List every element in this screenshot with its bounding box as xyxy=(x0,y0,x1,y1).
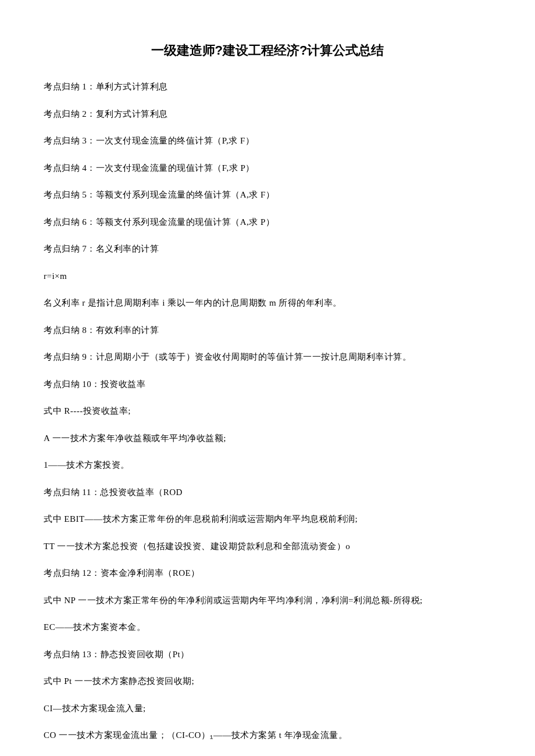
content-line: 考点归纳 7：名义利率的计算 xyxy=(44,242,491,256)
content-line: A 一一技术方案年净收益额或年平均净收益额; xyxy=(44,432,491,445)
content-line: 考点归纳 6：等额支付系列现金流量的现值计算（A,求 P） xyxy=(44,216,491,229)
content-line: 名义利率 r 是指计息周期利率 i 乘以一年内的计息周期数 m 所得的年利率。 xyxy=(44,296,491,310)
content-line: 考点归纳 13：静态投资回收期（Pt） xyxy=(44,648,491,661)
content-line: 考点归纳 11：总投资收益率（ROD xyxy=(44,486,491,499)
content-line: 考点归纳 5：等额支付系列现金流量的终值计算（A,求 F） xyxy=(44,188,491,202)
content-line: r=i×m xyxy=(44,270,491,283)
content-line: 1——技术方案投资。 xyxy=(44,458,491,472)
content-line: 式中 R----投资收益率; xyxy=(44,404,491,418)
content-line: EC——技术方案资本金。 xyxy=(44,621,491,634)
content-line: 考点归纳 9：计息周期小于（或等于）资金收付周期时的等值计算一一按计息周期利率计… xyxy=(44,350,491,364)
content-line: 考点归纳 2：复利方式计算利息 xyxy=(44,108,491,121)
content-line: CO 一一技术方案现金流出量；（CI-CO）₁——技术方案第 t 年净现金流量。 xyxy=(44,729,491,742)
content-line: TT 一一技术方案总投资（包括建设投资、建设期贷款利息和全部流动资金）o xyxy=(44,540,491,553)
content-line: 考点归纳 1：单利方式计算利息 xyxy=(44,80,491,94)
content-line: 考点归纳 3：一次支付现金流量的终值计算（P,求 F） xyxy=(44,134,491,148)
content-line: 考点归纳 10：投资收益率 xyxy=(44,378,491,391)
content-line: 式中 NP 一一技术方案正常年份的年净利润或运营期内年平均净利润，净利润=利润总… xyxy=(44,594,491,607)
content-line: 式中 Pt 一一技术方案静态投资回收期; xyxy=(44,675,491,688)
content-line: CI—技术方案现金流入量; xyxy=(44,702,491,715)
content-line: 式中 EBIT——技术方案正常年份的年息税前利润或运营期内年平均息税前利润; xyxy=(44,513,491,526)
content-line: 考点归纳 4：一次支付现金流量的现值计算（F,求 P） xyxy=(44,162,491,175)
document-title: 一级建造师?建设工程经济?计算公式总结 xyxy=(44,41,491,60)
content-line: 考点归纳 8：有效利率的计算 xyxy=(44,324,491,337)
content-line: 考点归纳 12：资本金净利润率（ROE） xyxy=(44,567,491,580)
